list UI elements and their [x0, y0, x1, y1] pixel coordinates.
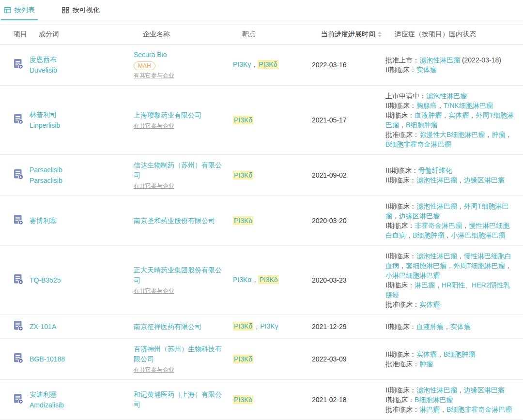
- indication-line: 批准上市：滤泡性淋巴瘤 (2022-03-18): [385, 55, 514, 65]
- disease-link[interactable]: B细胞肿瘤: [413, 231, 444, 239]
- drug-name-cn[interactable]: 林普利司: [30, 109, 128, 120]
- disease-link[interactable]: 骨髓纤维化: [418, 166, 452, 174]
- target-link[interactable]: PI3Kδ: [233, 216, 253, 225]
- add-to-project-icon[interactable]: [14, 59, 24, 70]
- target-link[interactable]: PI3Kδ: [233, 395, 253, 404]
- drug-name-en[interactable]: Amdizalisib: [30, 400, 128, 410]
- drug-name-cn[interactable]: 度恩西布: [30, 54, 128, 65]
- disease-link[interactable]: 边缘区淋巴瘤: [464, 386, 505, 394]
- disease-link[interactable]: 血液肿瘤: [416, 323, 444, 330]
- drug-name-cn[interactable]: 赛博利塞: [30, 215, 128, 226]
- disease-link[interactable]: B细胞非霍奇金淋巴瘤: [446, 405, 512, 413]
- add-to-project-icon[interactable]: [14, 114, 24, 125]
- add-to-project-icon[interactable]: [14, 169, 24, 180]
- drug-name-cn[interactable]: TQ-B3525: [30, 275, 128, 285]
- view-tabbar: 按列表 按可视化: [0, 0, 523, 20]
- company-link[interactable]: 上海璎黎药业有限公司: [134, 110, 227, 120]
- disease-link[interactable]: 实体瘤: [416, 350, 437, 358]
- drug-name-en[interactable]: Linperlisib: [30, 120, 128, 131]
- indication-status-label: III期临床：: [385, 166, 418, 174]
- disease-link[interactable]: B细胞肿瘤: [406, 121, 437, 129]
- target-link[interactable]: PI3Kδ: [258, 60, 278, 69]
- drug-name-cn[interactable]: Parsaclisib: [30, 165, 128, 175]
- other-companies-link[interactable]: 有其它参与企业: [134, 366, 227, 374]
- disease-link[interactable]: 套细胞淋巴瘤: [406, 262, 446, 270]
- company-link[interactable]: 南京征祥医药有限公司: [134, 322, 227, 332]
- indication-line: II期临床：滤泡性淋巴瘤，边缘区淋巴瘤: [385, 385, 514, 395]
- disease-link[interactable]: 实体瘤: [448, 111, 469, 119]
- disease-link[interactable]: 滤泡性淋巴瘤: [416, 252, 457, 260]
- disease-link[interactable]: 淋巴瘤: [415, 281, 435, 289]
- tab-list-view[interactable]: 按列表: [4, 0, 35, 20]
- company-link[interactable]: 南京圣和药业股份有限公司: [134, 216, 227, 226]
- indication-status-label: I期临床：: [385, 396, 415, 404]
- sort-icon[interactable]: [378, 31, 382, 37]
- add-to-project-icon[interactable]: [14, 393, 24, 405]
- other-companies-link[interactable]: 有其它参与企业: [134, 72, 227, 80]
- target-link[interactable]: PI3Kγ: [260, 322, 278, 330]
- disease-link[interactable]: B细胞肿瘤: [444, 350, 475, 358]
- indication-line: I期临床：B细胞淋巴瘤: [385, 395, 514, 405]
- company-link[interactable]: 百济神州（苏州）生物科技有限公司: [134, 344, 227, 364]
- disease-link[interactable]: B细胞淋巴瘤: [415, 396, 453, 404]
- disease-link[interactable]: 胸腺癌: [416, 102, 437, 109]
- disease-link[interactable]: 滤泡性淋巴瘤: [416, 202, 457, 210]
- add-to-project-icon[interactable]: [14, 274, 24, 285]
- target-link[interactable]: PI3Kδ: [233, 322, 253, 330]
- drug-name-cn[interactable]: ZX-101A: [30, 321, 128, 332]
- drug-name-cn[interactable]: BGB-10188: [30, 354, 128, 364]
- target-link[interactable]: PI3Kα: [233, 276, 251, 284]
- other-companies-link[interactable]: 有其它参与企业: [134, 287, 227, 295]
- target-link[interactable]: PI3Kδ: [233, 355, 253, 363]
- disease-link[interactable]: 实体瘤: [419, 300, 440, 308]
- drug-name-cn[interactable]: 安迪利塞: [30, 389, 128, 400]
- disease-link[interactable]: T/NK细胞淋巴瘤: [444, 102, 493, 109]
- disease-link[interactable]: 血液肿瘤: [415, 111, 442, 119]
- target-link[interactable]: PI3Kδ: [258, 275, 278, 284]
- target-link[interactable]: PI3Kγ: [233, 60, 251, 68]
- indication-cell: 批准上市：滤泡性淋巴瘤 (2022-03-18)II期临床：实体瘤: [385, 55, 523, 75]
- disease-link[interactable]: 滤泡性淋巴瘤: [419, 56, 460, 64]
- add-to-project-icon[interactable]: [14, 214, 24, 225]
- disease-link[interactable]: B细胞非霍奇金淋巴瘤: [385, 140, 451, 148]
- add-to-project-icon[interactable]: [14, 320, 24, 331]
- indication-line: I期临床：血液肿瘤，实体瘤，外周T细胞淋巴瘤，B细胞肿瘤: [385, 110, 514, 130]
- disease-link[interactable]: 肿瘤: [492, 131, 505, 138]
- indication-status-label: II期临床：: [385, 176, 416, 184]
- disease-link[interactable]: 小淋巴细胞淋巴瘤: [451, 231, 505, 239]
- target-cell: PI3Kδ: [233, 355, 312, 363]
- disease-link[interactable]: 滤泡性淋巴瘤: [426, 92, 467, 100]
- indication-status-label: II期临床：: [385, 66, 416, 74]
- disease-link[interactable]: 滤泡性淋巴瘤: [416, 386, 457, 394]
- indication-status-label: II期临床：: [385, 386, 416, 394]
- indication-status-label: I期临床：: [385, 111, 415, 119]
- company-link[interactable]: Secura Bio: [134, 50, 227, 60]
- company-link[interactable]: 正大天晴药业集团股份有限公司: [134, 265, 227, 285]
- disease-link[interactable]: 非霍奇金淋巴瘤: [415, 222, 462, 229]
- indication-status-label: 批准临床：: [385, 300, 419, 308]
- drug-name-en[interactable]: Duvelisib: [30, 65, 128, 75]
- company-link[interactable]: 信达生物制药（苏州）有限公司: [134, 160, 227, 180]
- disease-link[interactable]: 边缘区淋巴瘤: [399, 212, 440, 220]
- add-to-project-icon[interactable]: [14, 353, 24, 364]
- disease-link[interactable]: 肿瘤: [419, 360, 433, 368]
- disease-link[interactable]: 实体瘤: [450, 323, 471, 330]
- disease-link[interactable]: 小淋巴细胞淋巴瘤: [385, 271, 440, 279]
- disease-link[interactable]: 淋巴瘤: [419, 405, 440, 413]
- disease-link[interactable]: 实体瘤: [416, 66, 437, 74]
- other-companies-link[interactable]: 有其它参与企业: [134, 122, 227, 130]
- disease-link[interactable]: 弥漫性大B细胞淋巴瘤: [419, 131, 485, 138]
- other-companies-link[interactable]: 有其它参与企业: [134, 182, 227, 190]
- drug-name-en[interactable]: Parsaclisib: [30, 175, 128, 186]
- disease-link[interactable]: 边缘区淋巴瘤: [464, 176, 505, 184]
- disease-link[interactable]: 滤泡性淋巴瘤: [416, 176, 457, 184]
- target-link[interactable]: PI3Kδ: [233, 116, 253, 124]
- table-row: 赛博利塞 南京圣和药业股份有限公司 PI3Kδ 2020-03-20 II期临床…: [0, 196, 523, 246]
- indication-cell: III期临床：骨髓纤维化II期临床：滤泡性淋巴瘤，边缘区淋巴瘤: [385, 165, 523, 185]
- target-link[interactable]: PI3Kδ: [233, 171, 253, 180]
- company-link[interactable]: 和记黄埔医药（上海）有限公司: [134, 390, 227, 410]
- header-project: 项目: [0, 30, 39, 39]
- tab-visualization-view[interactable]: 按可视化: [62, 0, 100, 20]
- indication-status-label: 上市申请中：: [385, 92, 426, 100]
- disease-link[interactable]: 外周T细胞淋巴瘤: [453, 262, 505, 270]
